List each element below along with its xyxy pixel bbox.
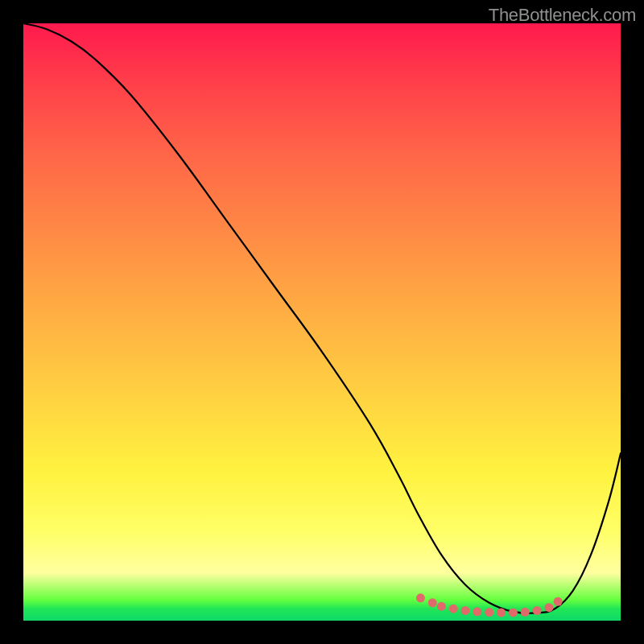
- highlight-dot: [533, 606, 542, 615]
- chart-svg: [23, 23, 621, 621]
- highlight-dot: [437, 602, 446, 611]
- highlight-dot: [473, 607, 481, 616]
- chart-plot-area: [23, 23, 621, 621]
- highlight-dot: [449, 605, 458, 613]
- highlight-dot: [485, 608, 493, 617]
- highlight-dot: [554, 597, 563, 606]
- highlight-dot: [521, 608, 530, 617]
- highlight-dot: [416, 593, 425, 602]
- highlight-dot: [497, 608, 506, 617]
- curve-path: [23, 23, 621, 613]
- watermark-text: TheBottleneck.com: [489, 5, 636, 26]
- highlight-dot: [509, 608, 518, 617]
- highlight-dot: [428, 598, 437, 607]
- highlight-dot: [461, 606, 470, 615]
- highlight-dot: [544, 603, 553, 612]
